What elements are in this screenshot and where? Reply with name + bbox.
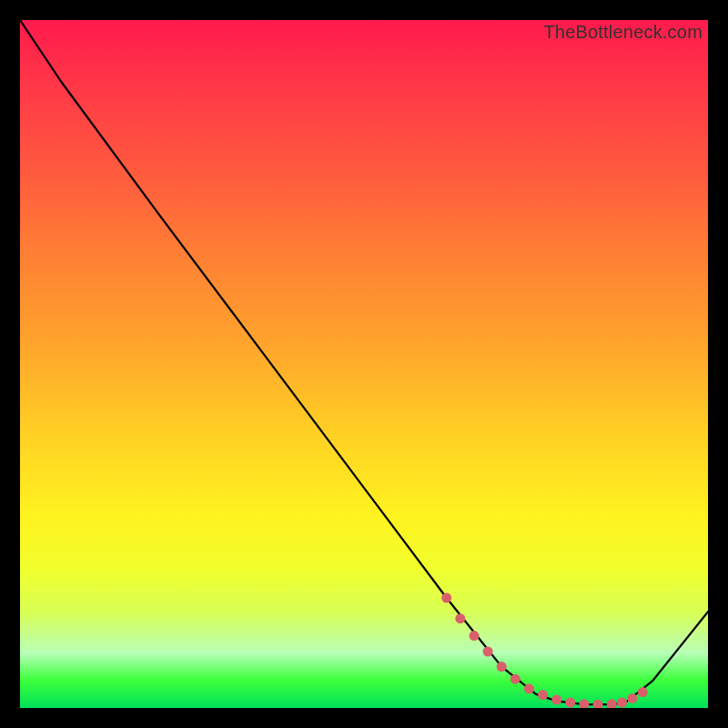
marker-dot <box>593 700 603 708</box>
marker-dot <box>638 687 648 697</box>
marker-dot <box>538 690 548 700</box>
highlight-markers <box>441 593 648 709</box>
marker-dot <box>497 662 507 672</box>
marker-dot <box>511 674 521 684</box>
chart-svg <box>20 20 708 708</box>
marker-dot <box>579 699 589 708</box>
marker-dot <box>524 683 534 693</box>
watermark-label: TheBottleneck.com <box>543 22 703 43</box>
marker-dot <box>607 699 617 708</box>
marker-dot <box>551 694 561 704</box>
chart-area: TheBottleneck.com <box>20 20 708 708</box>
marker-dot <box>441 593 451 603</box>
marker-dot <box>627 693 637 703</box>
curve-line <box>20 20 708 704</box>
marker-dot <box>470 631 480 641</box>
marker-dot <box>483 647 493 657</box>
marker-dot <box>617 698 627 708</box>
chart-frame: TheBottleneck.com <box>0 0 728 728</box>
marker-dot <box>565 698 575 708</box>
marker-dot <box>455 613 465 623</box>
